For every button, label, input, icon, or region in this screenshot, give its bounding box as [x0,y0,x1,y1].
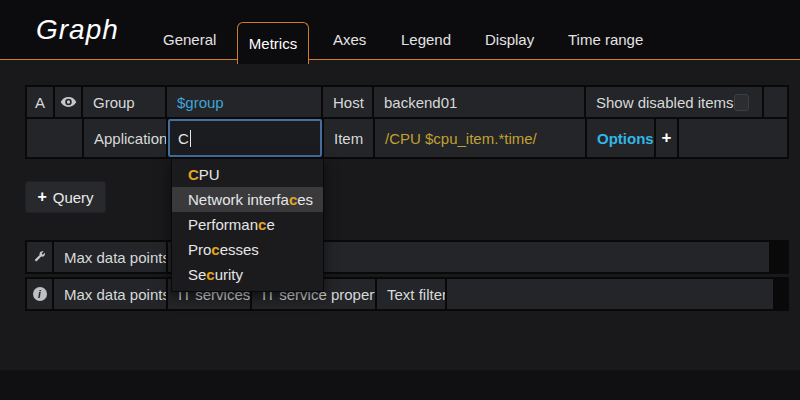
row1-spacer-cell [764,87,787,117]
toggle-visibility-button[interactable] [55,87,81,117]
group-label: Group [83,87,165,117]
options-button[interactable]: Options [587,119,654,157]
item-value-field[interactable]: /CPU $cpu_item.*time/ [375,119,585,157]
eye-icon [60,94,77,111]
max-data-points-label-1: Max data points [54,242,166,272]
wrench-button[interactable] [27,242,52,272]
dropdown-item-network-interfaces[interactable]: Network interfaces [172,187,323,212]
dd-match: c [206,266,214,283]
item-label: Item [324,119,373,157]
show-disabled-items-label: Show disabled items [596,94,734,111]
dd-match: c [211,241,219,258]
application-input[interactable]: C [168,119,322,157]
plus-icon: + [37,188,46,206]
host-value-field[interactable]: backend01 [374,87,584,117]
query-letter[interactable]: A [27,87,53,117]
page-background-strip [0,370,800,400]
query-row-application-item: Application C Item /CPU $cpu_item.*time/… [27,119,787,157]
text-filter-cell[interactable]: Text filter [377,279,445,309]
dd-post: e [266,216,274,233]
row2-spacer-right [679,119,787,157]
dd-post: urity [215,266,243,283]
tab-axes[interactable]: Axes [333,31,366,49]
dropdown-item-cpu[interactable]: CPU [172,162,323,187]
application-input-value: C [178,130,189,147]
application-typeahead-dropdown: CPU Network interfaces Performance Proce… [171,158,324,292]
options-row-wrench: Max data points [25,240,789,274]
show-disabled-items-checkbox[interactable] [734,94,749,111]
row-info-spacer [447,279,773,309]
dropdown-item-security[interactable]: Security [172,262,323,287]
group-value-field[interactable]: $group [167,87,321,117]
dropdown-item-performance[interactable]: Performance [172,212,323,237]
row2-spacer-left [27,119,82,157]
show-disabled-items-cell: Show disabled items [586,87,762,117]
info-icon: i [33,287,47,301]
dd-match: c [289,191,297,208]
application-label: Application [84,119,166,157]
dd-pre: Pro [188,241,211,258]
wrench-icon [33,249,46,266]
query-row-group-host: A Group $group Host backend01 Show disab… [27,87,787,117]
add-query-button[interactable]: + Query [25,181,106,213]
dd-pre: Se [188,266,206,283]
editor-header: Graph General Metrics Axes Legend Displa… [0,0,800,60]
max-data-points-label-2: Max data points [54,279,166,309]
panel-editor: Graph General Metrics Axes Legend Displa… [0,0,800,400]
dd-pre: Network interfa [188,191,289,208]
info-button[interactable]: i [27,279,52,309]
tab-metrics[interactable]: Metrics [237,22,309,64]
dd-match: C [188,166,199,183]
tab-time-range[interactable]: Time range [568,31,643,49]
dropdown-item-processes[interactable]: Processes [172,237,323,262]
tab-legend[interactable]: Legend [401,31,451,49]
tab-display[interactable]: Display [485,31,534,49]
tab-general[interactable]: General [163,31,216,49]
add-query-label: Query [53,189,94,206]
dd-post: PU [199,166,220,183]
dd-pre: Performan [188,216,258,233]
text-caret [190,130,191,147]
host-label: Host [323,87,372,117]
options-row-info: i Max data points IT services IT service… [25,277,789,311]
dd-post: esses [220,241,259,258]
query-editor: A Group $group Host backend01 Show disab… [25,85,789,159]
dd-post: es [297,191,313,208]
add-metric-button[interactable]: + [656,119,677,157]
tab-metrics-label: Metrics [249,35,297,52]
page-title: Graph [36,14,119,46]
